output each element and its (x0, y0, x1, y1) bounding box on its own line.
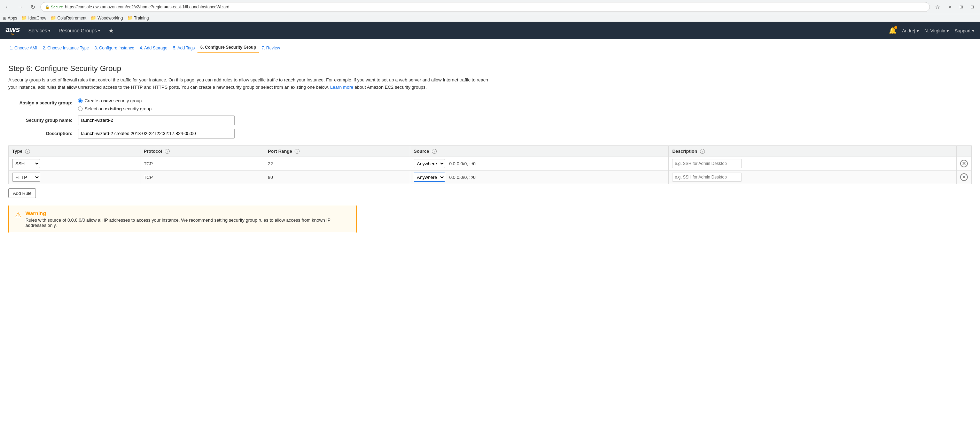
security-group-description-input[interactable] (78, 129, 235, 138)
region-caret-icon: ▾ (947, 28, 949, 33)
security-group-name-input[interactable] (78, 116, 235, 125)
description-info-icon[interactable]: i (700, 149, 705, 154)
secure-badge: 🔒 Secure (45, 5, 63, 10)
resource-groups-label: Resource Groups (59, 28, 97, 33)
wizard-step-6[interactable]: 6. Configure Security Group (197, 43, 259, 52)
security-group-description-row: Description: (8, 129, 972, 138)
learn-more-link[interactable]: Learn more (330, 84, 353, 90)
wizard-step-7[interactable]: 7. Review (259, 44, 283, 52)
select-existing-radio-option[interactable]: Select an existing security group (78, 106, 151, 111)
row2-description-input[interactable] (672, 173, 742, 182)
row2-protocol-cell: TCP (140, 171, 264, 184)
ext-button-2[interactable]: ⊞ (956, 2, 966, 12)
address-bar[interactable]: 🔒 Secure https://console.aws.amazon.com/… (40, 2, 930, 12)
star-button[interactable]: ☆ (933, 2, 942, 12)
col-description: Description i (669, 146, 957, 157)
row1-remove-button[interactable]: ✕ (960, 160, 968, 167)
wizard-step-5[interactable]: 5. Add Tags (170, 44, 198, 52)
protocol-info-icon[interactable]: i (165, 149, 170, 154)
user-caret-icon: ▾ (916, 28, 919, 33)
row1-type-cell: SSH (9, 157, 140, 171)
bell-notification-dot (894, 26, 897, 29)
port-range-info-icon[interactable]: i (294, 149, 299, 154)
security-group-radio-group: Create a new security group Select an ex… (78, 98, 151, 111)
bookmark-ideacrew-label: IdeaCrew (28, 16, 46, 21)
warning-text: Rules with source of 0.0.0.0/0 allow all… (25, 217, 350, 228)
page-description: A security group is a set of firewall ru… (8, 76, 496, 91)
aws-header: aws ∿ Services ▾ Resource Groups ▾ ★ 🔔 A… (0, 22, 980, 39)
select-existing-radio[interactable] (78, 106, 83, 111)
region-menu[interactable]: N. Virginia ▾ (924, 28, 949, 33)
wizard-step-2[interactable]: 2. Choose Instance Type (40, 44, 92, 52)
user-menu[interactable]: Andrej ▾ (902, 28, 919, 33)
region-label: N. Virginia (924, 28, 945, 33)
security-group-name-label: Security group name: (8, 117, 78, 123)
support-label: Support (955, 28, 970, 33)
row1-port-text: 22 (268, 161, 273, 166)
row2-source-select[interactable]: Anywhere (414, 173, 445, 182)
bookmark-apps-label: Apps (8, 16, 17, 21)
wizard-steps: 1. Choose AMI 2. Choose Instance Type 3.… (0, 39, 980, 57)
create-new-radio[interactable] (78, 98, 83, 103)
col-type: Type i (9, 146, 140, 157)
bookmark-apps[interactable]: ⊞ Apps (3, 16, 17, 21)
security-group-description-label: Description: (8, 131, 78, 136)
row1-description-cell (669, 157, 957, 171)
bookmark-ideacrew[interactable]: 📁 IdeaCrew (21, 15, 46, 21)
bell-button[interactable]: 🔔 (889, 27, 896, 35)
row1-source-select[interactable]: Anywhere (414, 159, 445, 168)
bookmark-woodworking-label: Woodworking (97, 16, 123, 21)
warning-content: Warning Rules with source of 0.0.0.0/0 a… (25, 210, 350, 228)
page-title: Step 6: Configure Security Group (8, 64, 972, 73)
row1-source-cidr: 0.0.0.0/0, ::/0 (449, 161, 476, 166)
wizard-step-1[interactable]: 1. Choose AMI (7, 44, 40, 52)
bookmark-training-label: Training (134, 16, 149, 21)
ext-button-3[interactable]: ⊟ (967, 2, 977, 12)
user-label: Andrej (902, 28, 915, 33)
row1-type-select[interactable]: SSH (12, 159, 40, 168)
wizard-step-3[interactable]: 3. Configure Instance (92, 44, 137, 52)
wizard-step-4[interactable]: 4. Add Storage (137, 44, 170, 52)
aws-logo: aws ∿ (6, 25, 20, 36)
back-button[interactable]: ← (3, 2, 13, 12)
ext-button-1[interactable]: ✕ (945, 2, 955, 12)
row2-type-cell: HTTP (9, 171, 140, 184)
bookmark-training[interactable]: 📁 Training (127, 15, 149, 21)
row1-port-cell: 22 (264, 157, 410, 171)
services-nav[interactable]: Services ▾ (29, 28, 51, 33)
browser-toolbar: ← → ↻ 🔒 Secure https://console.aws.amazo… (0, 0, 980, 14)
bookmark-woodworking[interactable]: 📁 Woodworking (91, 15, 123, 21)
description-text-2: about Amazon EC2 security groups. (353, 84, 426, 90)
row1-protocol-cell: TCP (140, 157, 264, 171)
assign-security-group-label: Assign a security group: (8, 98, 78, 105)
col-source: Source i (410, 146, 669, 157)
row1-source-cell: Anywhere 0.0.0.0/0, ::/0 (410, 157, 669, 171)
refresh-button[interactable]: ↻ (28, 2, 38, 12)
bookmark-cola[interactable]: 📁 ColaRetirement (51, 15, 86, 21)
type-info-icon[interactable]: i (25, 149, 30, 154)
row1-description-input[interactable] (672, 159, 742, 168)
forward-button[interactable]: → (15, 2, 25, 12)
create-new-radio-option[interactable]: Create a new security group (78, 98, 151, 103)
folder-icon-4: 📁 (127, 15, 133, 21)
security-group-form: Assign a security group: Create a new se… (8, 98, 972, 138)
row1-remove-cell: ✕ (957, 157, 972, 171)
source-info-icon[interactable]: i (432, 149, 437, 154)
support-menu[interactable]: Support ▾ (955, 28, 974, 33)
warning-title: Warning (25, 210, 350, 216)
support-caret-icon: ▾ (972, 28, 974, 33)
row2-source-cell: Anywhere 0.0.0.0/0, ::/0 (410, 171, 669, 184)
row2-remove-cell: ✕ (957, 171, 972, 184)
header-right: 🔔 Andrej ▾ N. Virginia ▾ Support ▾ (889, 27, 974, 35)
warning-icon: ⚠ (15, 211, 21, 219)
row2-remove-button[interactable]: ✕ (960, 173, 968, 181)
security-group-name-row: Security group name: (8, 116, 972, 125)
resource-groups-nav[interactable]: Resource Groups ▾ (59, 28, 100, 33)
rules-table-header: Type i Protocol i Port Range i Source i … (9, 146, 972, 157)
add-rule-button[interactable]: Add Rule (8, 188, 36, 198)
row2-protocol-text: TCP (144, 175, 153, 180)
browser-extension-buttons: ✕ ⊞ ⊟ (945, 2, 977, 12)
pin-icon[interactable]: ★ (108, 27, 114, 35)
rules-table: Type i Protocol i Port Range i Source i … (8, 146, 972, 184)
row2-type-select[interactable]: HTTP (12, 173, 40, 182)
